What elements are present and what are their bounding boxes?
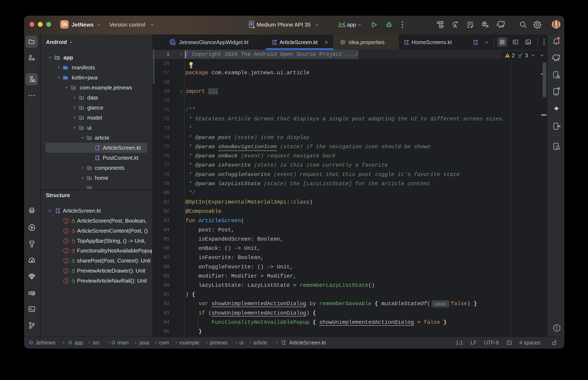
svg-text:f: f: [65, 279, 67, 283]
svg-text:f: f: [65, 229, 67, 233]
svg-text:f: f: [65, 259, 67, 263]
svg-text:f: f: [65, 219, 67, 223]
svg-text:f: f: [65, 249, 67, 253]
svg-text:f: f: [65, 239, 67, 243]
svg-text:f: f: [65, 269, 67, 273]
